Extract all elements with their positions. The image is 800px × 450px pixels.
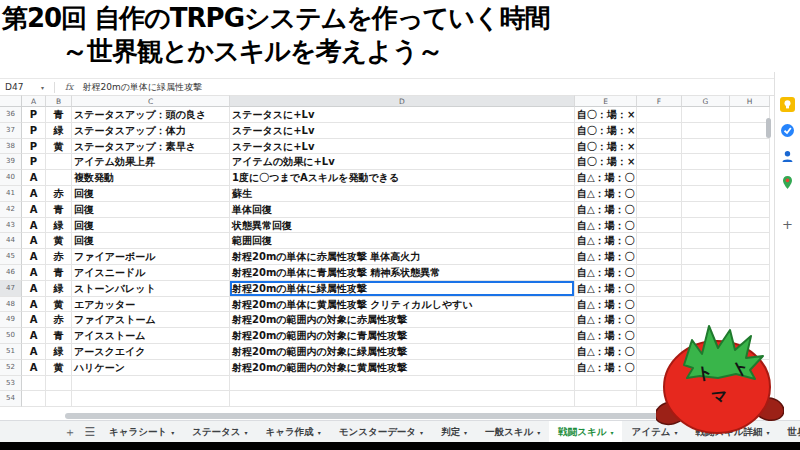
all-sheets-menu-button[interactable]: ☰ (80, 421, 100, 443)
cell[interactable] (682, 265, 730, 281)
cell[interactable] (682, 170, 730, 186)
cell[interactable] (230, 376, 575, 392)
cell[interactable] (637, 218, 682, 234)
column-header-G[interactable]: G (682, 95, 730, 107)
vertical-scrollbar-thumb[interactable] (766, 118, 771, 138)
cell[interactable]: 複数発動 (72, 170, 230, 186)
cell[interactable]: 赤 (46, 186, 72, 202)
cell[interactable] (682, 202, 730, 218)
row-header-42[interactable]: 42 (0, 202, 22, 218)
row-header-54[interactable]: 54 (0, 391, 22, 407)
cell[interactable] (730, 123, 770, 139)
cell[interactable]: 緑 (46, 123, 72, 139)
cell[interactable] (22, 376, 46, 392)
cell[interactable]: 射程20mの単体に青属性攻撃 精神系状態異常 (230, 265, 575, 281)
horizontal-scrollbar-thumb[interactable] (65, 413, 750, 419)
cell[interactable]: 射程20mの範囲内の対象に黄属性攻撃 (230, 360, 575, 376)
cell[interactable] (730, 265, 770, 281)
cell[interactable]: 自△：場：〇 (575, 218, 637, 234)
sheet-tab[interactable]: 戦闘スキル▾ (549, 421, 622, 443)
formula-input[interactable]: 射程20mの単体に緑属性攻撃 (82, 81, 202, 94)
sheet-tab[interactable]: キャラシート▾ (100, 421, 183, 443)
cell[interactable]: アイスニードル (72, 265, 230, 281)
cell[interactable] (637, 202, 682, 218)
cell[interactable]: 回復 (72, 218, 230, 234)
cell[interactable]: 単体回復 (230, 202, 575, 218)
cell[interactable] (730, 170, 770, 186)
cell[interactable]: 黄 (46, 139, 72, 155)
cell[interactable]: A (22, 170, 46, 186)
row-header-39[interactable]: 39 (0, 154, 22, 170)
cell[interactable]: ステータスアップ：体力 (72, 123, 230, 139)
cell[interactable] (637, 233, 682, 249)
cell[interactable] (682, 107, 730, 123)
cell[interactable] (682, 281, 730, 297)
cell[interactable]: P (22, 154, 46, 170)
cell[interactable] (22, 391, 46, 407)
cell[interactable]: 自△：場：〇 (575, 186, 637, 202)
row-header-50[interactable]: 50 (0, 328, 22, 344)
cell[interactable]: 青 (46, 202, 72, 218)
cell[interactable]: 黄 (46, 233, 72, 249)
cell[interactable] (730, 249, 770, 265)
cell[interactable]: A (22, 360, 46, 376)
column-header-D[interactable]: D (230, 95, 575, 107)
cell[interactable] (682, 154, 730, 170)
cell[interactable] (637, 154, 682, 170)
cell[interactable] (730, 139, 770, 155)
cell[interactable]: 自△：場：〇 (575, 312, 637, 328)
sheet-tab[interactable]: キャラ作成▾ (257, 421, 330, 443)
cell[interactable]: 自〇：場：× (575, 154, 637, 170)
tasks-icon[interactable] (780, 123, 795, 138)
cell[interactable]: 回復 (72, 186, 230, 202)
cell[interactable]: 黄 (46, 360, 72, 376)
cell[interactable] (637, 186, 682, 202)
cell[interactable] (637, 123, 682, 139)
row-header-48[interactable]: 48 (0, 297, 22, 313)
cell[interactable]: 自△：場：〇 (575, 328, 637, 344)
cell[interactable]: 黄 (46, 297, 72, 313)
cell[interactable]: ストーンバレット (72, 281, 230, 297)
cell[interactable]: アイテムの効果に+Lv (230, 154, 575, 170)
row-header-46[interactable]: 46 (0, 265, 22, 281)
cell[interactable]: A (22, 202, 46, 218)
sheet-tab[interactable]: ステータス▾ (183, 421, 256, 443)
cell[interactable] (637, 297, 682, 313)
cell[interactable]: 1度に〇つまでAスキルを発動できる (230, 170, 575, 186)
row-header-38[interactable]: 38 (0, 139, 22, 155)
add-sheet-button[interactable]: ＋ (60, 421, 80, 443)
cell[interactable] (682, 249, 730, 265)
cell[interactable]: 回復 (72, 202, 230, 218)
row-header-37[interactable]: 37 (0, 123, 22, 139)
cell[interactable]: 自〇：場：× (575, 123, 637, 139)
cell[interactable] (46, 376, 72, 392)
cell[interactable]: 赤 (46, 249, 72, 265)
column-header-E[interactable]: E (575, 95, 637, 107)
cell[interactable]: 射程20mの範囲内の対象に緑属性攻撃 (230, 344, 575, 360)
cell[interactable]: P (22, 107, 46, 123)
row-header-44[interactable]: 44 (0, 233, 22, 249)
cell[interactable] (637, 139, 682, 155)
cell[interactable] (637, 265, 682, 281)
cell[interactable]: 自〇：場：× (575, 107, 637, 123)
contacts-icon[interactable] (780, 149, 795, 164)
cell[interactable] (682, 139, 730, 155)
row-header-40[interactable]: 40 (0, 170, 22, 186)
corner-cell[interactable] (0, 95, 22, 107)
cell[interactable] (637, 107, 682, 123)
cell[interactable]: ステータスに+Lv (230, 123, 575, 139)
cell[interactable] (575, 391, 637, 407)
cell[interactable]: 自〇：場：× (575, 139, 637, 155)
cell[interactable]: 射程20mの範囲内の対象に赤属性攻撃 (230, 312, 575, 328)
cell[interactable]: ステータスアップ：頭の良さ (72, 107, 230, 123)
cell[interactable] (730, 218, 770, 234)
cell[interactable]: A (22, 218, 46, 234)
cell[interactable] (637, 281, 682, 297)
cell[interactable]: アイテム効果上昇 (72, 154, 230, 170)
cell[interactable]: A (22, 281, 46, 297)
column-header-F[interactable]: F (637, 95, 682, 107)
cell[interactable] (72, 376, 230, 392)
cell[interactable] (682, 297, 730, 313)
cell[interactable]: 範囲回復 (230, 233, 575, 249)
cell[interactable]: 緑 (46, 218, 72, 234)
